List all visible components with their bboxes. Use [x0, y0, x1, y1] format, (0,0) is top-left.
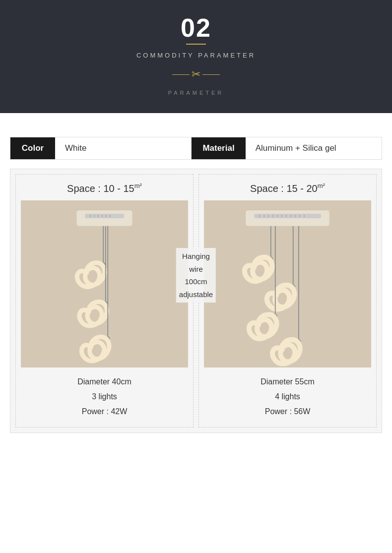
- light-svg-2: [204, 200, 371, 368]
- material-label: Material: [192, 137, 245, 159]
- scissors-decoration: ✂: [10, 68, 382, 81]
- light-svg-1: [21, 200, 188, 368]
- specs-bar: Color White Material Aluminum + Silica g…: [10, 137, 382, 160]
- header-title: COMMODITY PARAMETER: [10, 52, 382, 59]
- product-card-1: Space : 10 - 15m²: [15, 174, 194, 428]
- diameter-1: Diameter 40cm: [21, 374, 188, 389]
- header-underline: [186, 44, 206, 45]
- header-section: 02 COMMODITY PARAMETER ✂ PARAMETER: [0, 0, 392, 113]
- color-label: Color: [10, 137, 55, 159]
- parameter-label: PARAMETER: [10, 90, 382, 96]
- product-card-2: Space : 15 - 20m²: [198, 174, 377, 428]
- power-1: Power : 42W: [21, 404, 188, 419]
- section-number: 02: [10, 15, 382, 41]
- hanging-wire-label: Hanging wire 100cm adjustable: [176, 248, 216, 303]
- main-content: Space : 10 - 15m²: [10, 169, 382, 433]
- product-specs-2: Diameter 55cm 4 lights Power : 56W: [204, 374, 371, 420]
- gap-spacer: [0, 113, 392, 123]
- scissors-line-right: [202, 74, 220, 75]
- product-grid: Space : 10 - 15m²: [15, 174, 377, 428]
- lights-1: 3 lights: [21, 389, 188, 404]
- material-value: Aluminum + Silica gel: [246, 137, 382, 159]
- lights-2: 4 lights: [204, 389, 371, 404]
- product-specs-1: Diameter 40cm 3 lights Power : 42W: [21, 374, 188, 420]
- color-value: White: [55, 137, 191, 159]
- space-label-1: Space : 10 - 15m²: [21, 182, 188, 194]
- diameter-2: Diameter 55cm: [204, 374, 371, 389]
- product-image-1: [21, 200, 188, 368]
- product-image-2: [204, 200, 371, 368]
- space-label-2: Space : 15 - 20m²: [204, 182, 371, 194]
- scissors-icon: ✂: [192, 68, 200, 81]
- power-2: Power : 56W: [204, 404, 371, 419]
- scissors-line-left: [172, 74, 190, 75]
